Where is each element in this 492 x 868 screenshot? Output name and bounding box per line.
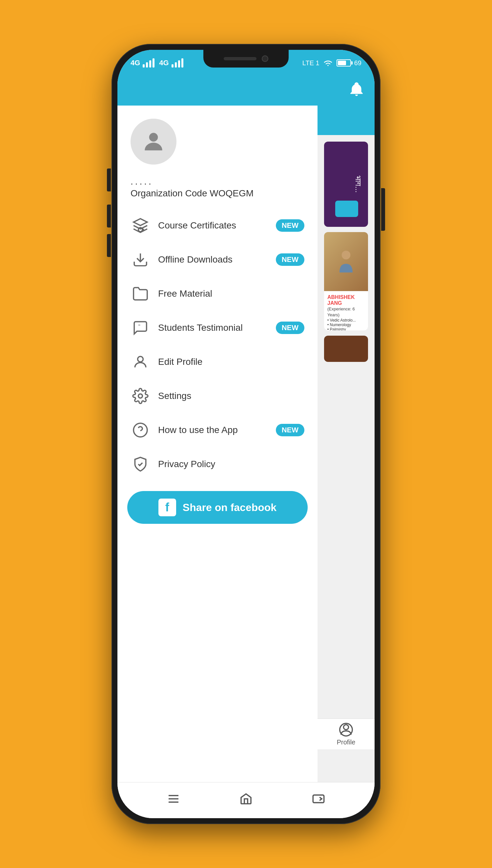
status-left: 4G 4G <box>130 58 183 68</box>
menu-item-how-to-use[interactable]: How to use the App NEW <box>124 413 311 447</box>
camera <box>262 55 268 62</box>
privacy-policy-icon <box>130 454 150 474</box>
students-testimonial-label: Students Testimonial <box>158 322 268 333</box>
menu-item-settings[interactable]: Settings <box>124 379 311 413</box>
settings-label: Settings <box>158 391 304 401</box>
course-certs-label: Course Certificates <box>158 220 268 231</box>
nav-back-icon[interactable] <box>310 792 327 809</box>
how-to-use-badge: NEW <box>276 424 304 436</box>
avatar-section <box>117 106 318 171</box>
org-code: Organization Code WOQEGM <box>117 188 318 209</box>
peek-card-text: भाग... <box>353 176 363 193</box>
phone-screen: 4G 4G 16:33 LTE 1 <box>117 50 375 818</box>
bell-icon[interactable] <box>348 81 365 101</box>
lte-label: LTE 1 <box>302 59 319 67</box>
edit-profile-icon <box>130 352 150 372</box>
offline-downloads-icon <box>130 250 150 269</box>
wifi-icon <box>323 58 333 68</box>
profile-tab[interactable]: Profile <box>318 718 375 749</box>
course-certs-badge: NEW <box>276 219 304 232</box>
how-to-use-label: How to use the App <box>158 425 268 435</box>
facebook-share-label: Share on facebook <box>183 502 276 514</box>
offline-downloads-label: Offline Downloads <box>158 254 268 265</box>
signal-bars-2 <box>172 58 183 68</box>
course-certs-icon <box>130 216 150 235</box>
instructor-skills: • Vedic Astrolo...• Numerology• Palmistr… <box>327 318 365 331</box>
free-material-icon <box>130 284 150 304</box>
avatar[interactable] <box>130 119 176 164</box>
profile-tab-icon <box>339 722 353 737</box>
edit-profile-label: Edit Profile <box>158 357 304 367</box>
students-testimonial-icon: " <box>130 318 150 338</box>
menu-item-privacy-policy[interactable]: Privacy Policy <box>124 447 311 481</box>
menu-item-edit-profile[interactable]: Edit Profile <box>124 345 311 379</box>
speaker <box>224 57 256 60</box>
right-peek: भाग... ABHISH <box>318 106 375 782</box>
privacy-policy-label: Privacy Policy <box>158 459 304 469</box>
status-right: LTE 1 69 <box>302 58 362 68</box>
main-area: ..... Organization Code WOQEGM <box>117 106 375 782</box>
profile-tab-inner: Profile <box>337 722 355 746</box>
peek-card-button[interactable] <box>335 201 358 217</box>
svg-text:": " <box>139 323 140 330</box>
notch <box>203 50 289 68</box>
signal-label-1: 4G <box>130 59 140 67</box>
instructor-image <box>324 232 368 291</box>
menu-items-list: Course Certificates NEW <box>117 209 318 481</box>
svg-point-5 <box>139 394 143 398</box>
instructor-experience: (Experience: 6 Years) <box>327 306 365 318</box>
menu-item-course-certs[interactable]: Course Certificates NEW <box>124 209 311 242</box>
profile-tab-label: Profile <box>337 738 355 746</box>
nav-menu-icon[interactable] <box>165 792 182 809</box>
facebook-icon: f <box>158 499 176 516</box>
menu-panel: ..... Organization Code WOQEGM <box>117 106 318 782</box>
battery-indicator <box>337 59 351 67</box>
svg-point-9 <box>343 725 348 730</box>
free-material-label: Free Material <box>158 288 304 299</box>
app-content: ..... Organization Code WOQEGM <box>117 76 375 818</box>
dots-line: ..... <box>117 171 318 188</box>
students-testimonial-badge: NEW <box>276 321 304 334</box>
peek-instructor-card: ABHISHEK JANG (Experience: 6 Years) • Ve… <box>324 232 368 331</box>
menu-item-students-testimonial[interactable]: " Students Testimonial NEW <box>124 311 311 345</box>
signal-bars-1 <box>143 58 154 68</box>
menu-item-offline-downloads[interactable]: Offline Downloads NEW <box>124 242 311 277</box>
peek-card-brown <box>324 336 368 362</box>
bottom-nav <box>117 782 375 818</box>
how-to-use-icon <box>130 420 150 440</box>
app-header <box>117 76 375 106</box>
avatar-icon <box>140 129 167 155</box>
peek-card-purple: भाग... <box>324 141 368 227</box>
peek-header <box>318 106 375 135</box>
signal-label-2: 4G <box>159 59 169 67</box>
battery-fill <box>338 61 346 65</box>
svg-point-6 <box>133 423 147 437</box>
menu-item-free-material[interactable]: Free Material <box>124 277 311 311</box>
instructor-info: ABHISHEK JANG (Experience: 6 Years) • Ve… <box>324 291 368 331</box>
svg-point-4 <box>138 356 143 362</box>
nav-home-icon[interactable] <box>238 792 254 809</box>
instructor-name: ABHISHEK JANG <box>327 294 365 306</box>
settings-icon <box>130 386 150 406</box>
offline-downloads-badge: NEW <box>276 254 304 266</box>
svg-point-8 <box>342 251 351 260</box>
facebook-share-button[interactable]: f Share on facebook <box>127 491 308 524</box>
phone-device: 4G 4G 16:33 LTE 1 <box>112 44 380 824</box>
battery-percent: 69 <box>354 59 362 67</box>
peek-content: भाग... ABHISH <box>318 135 375 368</box>
svg-point-0 <box>149 133 158 141</box>
instructor-figure <box>336 248 356 275</box>
